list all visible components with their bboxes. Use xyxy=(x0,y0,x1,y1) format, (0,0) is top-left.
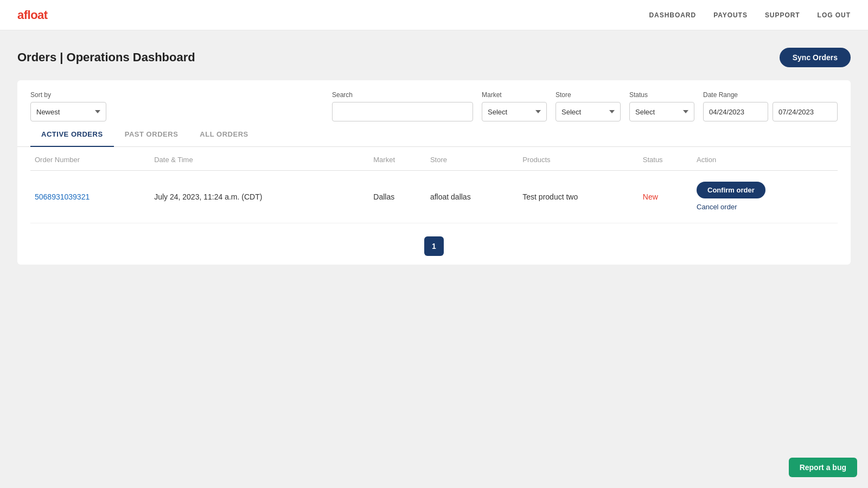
tab-all-orders[interactable]: ALL ORDERS xyxy=(189,121,259,147)
sort-by-group: Sort by Newest Oldest xyxy=(30,91,106,121)
orders-table: Order Number Date & Time Market Store Pr… xyxy=(30,147,838,223)
search-input[interactable] xyxy=(332,102,473,121)
col-order-number: Order Number xyxy=(30,147,150,171)
search-group: Search xyxy=(332,91,473,121)
date-range-group: Date Range xyxy=(703,91,838,121)
action-cell: Confirm order Cancel order xyxy=(697,182,833,212)
date-range-label: Date Range xyxy=(703,91,838,99)
market-select[interactable]: Select Dallas Houston Austin xyxy=(482,102,547,121)
cell-market: Dallas xyxy=(369,171,426,223)
market-label: Market xyxy=(482,91,547,99)
filter-bar: Sort by Newest Oldest Search Market Sele… xyxy=(17,80,851,121)
col-date-time: Date & Time xyxy=(150,147,369,171)
table-row: 5068931039321 July 24, 2023, 11:24 a.m. … xyxy=(30,171,838,223)
search-label: Search xyxy=(332,91,473,99)
table-container: Order Number Date & Time Market Store Pr… xyxy=(17,147,851,223)
date-to-input[interactable] xyxy=(773,102,838,121)
cell-action: Confirm order Cancel order xyxy=(692,171,838,223)
main-content: Orders | Operations Dashboard Sync Order… xyxy=(0,30,868,265)
confirm-order-button[interactable]: Confirm order xyxy=(697,182,765,198)
status-label: Status xyxy=(629,91,694,99)
sync-orders-button[interactable]: Sync Orders xyxy=(780,48,851,67)
nav-payouts[interactable]: PAYOUTS xyxy=(713,11,748,19)
col-products: Products xyxy=(518,147,638,171)
tab-active-orders[interactable]: ACTIVE ORDERS xyxy=(30,121,114,147)
cell-date-time: July 24, 2023, 11:24 a.m. (CDT) xyxy=(150,171,369,223)
nav-links: DASHBOARD PAYOUTS SUPPORT LOG OUT xyxy=(649,11,851,19)
pagination: 1 xyxy=(17,223,851,265)
cell-products: Test product two xyxy=(518,171,638,223)
order-number-link[interactable]: 5068931039321 xyxy=(35,192,90,201)
report-bug-button[interactable]: Report a bug xyxy=(789,458,857,477)
navbar: afloat DASHBOARD PAYOUTS SUPPORT LOG OUT xyxy=(0,0,868,30)
store-group: Store Select afloat dallas afloat housto… xyxy=(556,91,621,121)
cell-status: New xyxy=(639,171,692,223)
nav-support[interactable]: SUPPORT xyxy=(765,11,800,19)
col-market: Market xyxy=(369,147,426,171)
cell-store: afloat dallas xyxy=(426,171,518,223)
cancel-order-link[interactable]: Cancel order xyxy=(697,202,737,212)
store-label: Store xyxy=(556,91,621,99)
cell-order-number: 5068931039321 xyxy=(30,171,150,223)
logo: afloat xyxy=(17,8,48,22)
page-1-button[interactable]: 1 xyxy=(424,236,444,256)
nav-logout[interactable]: LOG OUT xyxy=(818,11,851,19)
date-from-input[interactable] xyxy=(703,102,768,121)
tabs: ACTIVE ORDERS PAST ORDERS ALL ORDERS xyxy=(17,121,851,147)
table-header: Order Number Date & Time Market Store Pr… xyxy=(30,147,838,171)
status-badge: New xyxy=(643,192,658,201)
status-select[interactable]: Select New Confirmed Cancelled xyxy=(629,102,694,121)
page-header: Orders | Operations Dashboard Sync Order… xyxy=(17,48,851,67)
col-action: Action xyxy=(692,147,838,171)
sort-by-select[interactable]: Newest Oldest xyxy=(30,102,106,121)
col-store: Store xyxy=(426,147,518,171)
nav-dashboard[interactable]: DASHBOARD xyxy=(649,11,696,19)
tab-past-orders[interactable]: PAST ORDERS xyxy=(114,121,189,147)
market-group: Market Select Dallas Houston Austin xyxy=(482,91,547,121)
page-title: Orders | Operations Dashboard xyxy=(17,50,195,65)
sort-by-label: Sort by xyxy=(30,91,106,99)
table-body: 5068931039321 July 24, 2023, 11:24 a.m. … xyxy=(30,171,838,223)
status-group: Status Select New Confirmed Cancelled xyxy=(629,91,694,121)
orders-card: ACTIVE ORDERS PAST ORDERS ALL ORDERS Ord… xyxy=(17,121,851,265)
col-status: Status xyxy=(639,147,692,171)
store-select[interactable]: Select afloat dallas afloat houston xyxy=(556,102,621,121)
